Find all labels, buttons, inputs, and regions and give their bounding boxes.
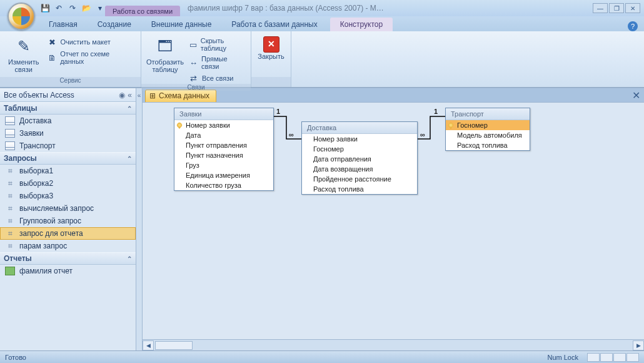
relationship-report-button[interactable]: 🗎Отчет по схеме данных	[46, 49, 136, 66]
close-window-button[interactable]: ✕	[625, 3, 640, 13]
nav-item-table[interactable]: Заявки	[0, 127, 136, 140]
clear-layout-icon: ✖	[47, 37, 57, 47]
entity-field[interactable]: Дата	[174, 130, 273, 140]
entity-dostavka[interactable]: Доставка Номер заявкиГосномерДата отправ…	[301, 121, 418, 195]
contextual-tab-label: Работа со связями	[105, 6, 180, 16]
scroll-thumb[interactable]	[155, 341, 193, 350]
scroll-right-button[interactable]: ▶	[633, 340, 644, 350]
entity-field[interactable]: Госномер	[446, 120, 530, 130]
entity-field[interactable]: Номер заявки	[174, 120, 273, 130]
nav-collapse-handle[interactable]: «	[136, 88, 143, 350]
hide-table-button[interactable]: ▭Скрыть таблицу	[188, 36, 246, 53]
all-relationships-button[interactable]: ⇄Все связи	[188, 73, 246, 84]
entity-field[interactable]: Номер заявки	[302, 134, 417, 144]
view-button-1[interactable]	[587, 353, 600, 362]
relationship-report-icon: 🗎	[47, 53, 57, 63]
nav-item-query[interactable]: ⌗запрос для отчета	[0, 227, 136, 240]
entity-field[interactable]: Пройденное расстояние	[302, 174, 417, 184]
collapse-icon: ⌃	[127, 255, 132, 262]
ribbon-tabs: Главная Создание Внешние данные Работа с…	[0, 16, 644, 31]
svg-text:1: 1	[276, 108, 280, 115]
view-button-2[interactable]	[600, 353, 613, 362]
redo-icon[interactable]: ↷	[68, 3, 78, 13]
office-button[interactable]	[8, 3, 35, 30]
save-icon[interactable]: 💾	[40, 3, 50, 13]
tab-create[interactable]: Создание	[88, 18, 141, 31]
group-label-relationships: Связи	[141, 84, 251, 91]
chevron-down-icon[interactable]: «	[128, 91, 132, 100]
entity-field[interactable]: Количество груза	[174, 180, 273, 190]
tab-home[interactable]: Главная	[39, 18, 88, 31]
nav-item-query[interactable]: ⌗выборка2	[0, 177, 136, 190]
view-button-4[interactable]	[626, 353, 639, 362]
quick-access-toolbar: 💾 ↶ ↷ 📂 ▾	[40, 3, 105, 13]
entity-field[interactable]: Пункт назначения	[174, 150, 273, 160]
help-icon[interactable]: ?	[628, 21, 638, 31]
hide-table-icon: ▭	[189, 39, 198, 49]
qat-customize-icon[interactable]: ▾	[95, 3, 105, 13]
show-table-label: Отобразить таблицу	[146, 58, 184, 73]
nav-item-report[interactable]: фамилия отчет	[0, 265, 136, 277]
restore-button[interactable]: ❐	[609, 3, 624, 13]
nav-section-tables[interactable]: Таблицы⌃	[0, 102, 136, 115]
relationships-icon: ⊞	[149, 91, 156, 100]
nav-item-query[interactable]: ⌗выборка3	[0, 190, 136, 202]
status-ready: Готово	[5, 354, 26, 361]
nav-item-query[interactable]: ⌗Групповой запрос	[0, 215, 136, 227]
horizontal-scrollbar[interactable]: ◀ ▶	[143, 339, 644, 350]
nav-filter-icon[interactable]: ◉	[119, 91, 125, 100]
nav-pane-header[interactable]: Все объекты Access ◉«	[0, 88, 136, 102]
status-bar: Готово Num Lock	[0, 350, 644, 363]
doc-tab-relationships[interactable]: ⊞ Схема данных	[145, 89, 216, 102]
clear-layout-button[interactable]: ✖Очистить макет	[46, 36, 136, 48]
undo-icon[interactable]: ↶	[54, 3, 64, 13]
edit-relationships-label: Изменить связи	[5, 58, 42, 73]
show-table-icon: 🗔	[155, 36, 175, 56]
relationships-canvas[interactable]: 1 ∞ ∞ 1 Заявки Номер заявкиДатаПункт отп…	[143, 102, 644, 339]
query-icon: ⌗	[5, 179, 15, 188]
entity-field[interactable]: Расход топлива	[446, 140, 530, 150]
entity-title: Доставка	[302, 122, 417, 134]
tab-design[interactable]: Конструктор	[330, 18, 393, 31]
entity-field[interactable]: Модель автомобиля	[446, 130, 530, 140]
entity-field[interactable]: Расход топлива	[302, 184, 417, 194]
entity-title: Заявки	[174, 108, 273, 120]
scroll-left-button[interactable]: ◀	[143, 340, 154, 350]
entity-title: Транспорт	[446, 108, 530, 120]
entity-field[interactable]: Груз	[174, 160, 273, 170]
entity-transport[interactable]: Транспорт ГосномерМодель автомобиляРасхо…	[445, 108, 530, 151]
svg-text:∞: ∞	[289, 131, 294, 138]
show-table-button[interactable]: 🗔 Отобразить таблицу	[146, 34, 184, 84]
query-icon: ⌗	[5, 166, 15, 175]
tab-external-data[interactable]: Внешние данные	[141, 18, 222, 31]
tab-database-tools[interactable]: Работа с базами данных	[221, 18, 327, 31]
entity-zayavki[interactable]: Заявки Номер заявкиДатаПункт отправления…	[174, 108, 274, 191]
ribbon: ✎ Изменить связи ✖Очистить макет 🗎Отчет …	[0, 31, 644, 88]
entity-field[interactable]: Единица измерения	[174, 170, 273, 180]
direct-relationships-button[interactable]: ↔Прямые связи	[188, 54, 246, 71]
nav-section-reports[interactable]: Отчеты⌃	[0, 252, 136, 265]
edit-relationships-button[interactable]: ✎ Изменить связи	[5, 34, 42, 77]
entity-field[interactable]: Дата возвращения	[302, 164, 417, 174]
svg-text:1: 1	[434, 108, 438, 115]
table-icon	[5, 116, 15, 125]
document-close-button[interactable]: ✕	[630, 89, 641, 101]
nav-item-query[interactable]: ⌗парам запрос	[0, 240, 136, 252]
entity-field[interactable]: Дата отправления	[302, 154, 417, 164]
close-label: Закрыть	[258, 53, 284, 60]
nav-item-query[interactable]: ⌗выборка1	[0, 165, 136, 177]
query-icon: ⌗	[5, 242, 15, 250]
open-folder-icon[interactable]: 📂	[81, 3, 91, 13]
minimize-button[interactable]: —	[593, 3, 608, 13]
entity-field[interactable]: Госномер	[302, 144, 417, 154]
close-design-button[interactable]: ✕ Закрыть	[256, 34, 286, 77]
view-button-3[interactable]	[613, 353, 626, 362]
nav-item-table[interactable]: Доставка	[0, 115, 136, 127]
group-label-empty	[251, 77, 291, 87]
entity-field[interactable]: Пункт отправления	[174, 140, 273, 150]
nav-item-table[interactable]: Транспорт	[0, 140, 136, 152]
nav-section-queries[interactable]: Запросы⌃	[0, 152, 136, 165]
query-icon: ⌗	[5, 229, 15, 238]
query-icon: ⌗	[5, 217, 15, 225]
nav-item-query[interactable]: ⌗вычисляемый запрос	[0, 202, 136, 215]
